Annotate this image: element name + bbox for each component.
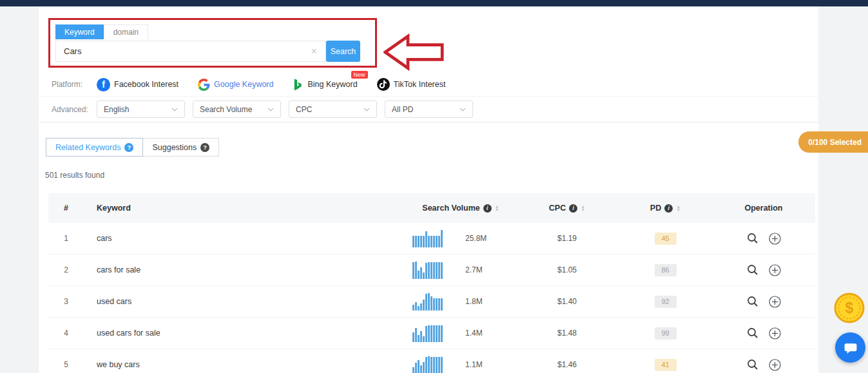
plus-circle-icon [769,327,781,340]
cpc-cell: $1.19 [516,234,619,243]
search-input[interactable]: Cars ✕ [55,41,326,62]
plus-circle-icon [769,296,781,308]
keyword-cell: we buy cars [84,360,406,369]
inspect-button[interactable] [747,359,758,370]
pd-select[interactable]: All PD [385,100,473,118]
chevron-down-icon [171,108,178,111]
keyword-cell: cars for sale [84,265,406,274]
plus-circle-icon [769,233,781,245]
sort-control[interactable]: ▲▼ [581,205,585,211]
tab-suggestions[interactable]: Suggestions ? [142,138,219,157]
search-input-value: Cars [56,46,81,56]
tab-related-keywords[interactable]: Related Keywords ? [46,138,143,157]
platform-label: Platform: [52,80,97,89]
keywords-table: # Keyword Search Volume i ▲▼ CPC i ▲▼ PD… [48,193,815,373]
google-icon [198,79,210,91]
arrow-annotation [383,33,445,73]
platform-row: Platform: f Facebook Interest Google Key… [39,73,818,96]
pd-badge: 92 [655,296,677,308]
language-select[interactable]: English [97,100,185,118]
inspect-button[interactable] [747,327,758,339]
keyword-cell: used cars [84,297,406,306]
volume-cell: 1.1M [451,360,516,369]
volume-cell: 25.8M [451,234,516,243]
header-pd: PD i ▲▼ [619,204,712,213]
add-button[interactable] [769,327,781,340]
platform-bing[interactable]: Bing Keyword New [293,79,357,91]
result-tabs: Related Keywords ? Suggestions ? [46,138,219,157]
info-icon: i [569,204,577,213]
clear-icon[interactable]: ✕ [311,46,318,56]
advanced-row: Advanced: English Search Volume CPC All … [39,96,818,122]
magnifier-icon [747,233,758,244]
magnifier-icon [747,264,758,276]
inspect-button[interactable] [747,296,758,307]
chevron-down-icon [267,108,274,111]
cpc-cell: $1.46 [516,360,619,369]
sort-control[interactable]: ▲▼ [676,205,680,211]
cpc-cell: $1.40 [516,297,619,306]
add-button[interactable] [769,296,781,308]
tiktok-icon [377,78,390,91]
selected-count-badge[interactable]: 0/100 Selected [798,131,868,153]
pd-badge: 45 [655,233,677,245]
magnifier-icon [747,296,758,307]
info-icon: i [483,204,492,213]
volume-cell: 1.8M [451,297,516,306]
svg-text:$: $ [845,300,854,316]
table-row: 4 used cars for sale 1.4M $1.48 99 [48,318,815,349]
table-row: 2 cars for sale 2.7M $1.05 86 [48,254,815,286]
keyword-cell: cars [84,234,406,243]
pd-badge: 99 [655,327,677,340]
plus-circle-icon [769,264,781,276]
header-operation: Operation [712,204,815,213]
trend-chart [412,356,443,373]
inspect-button[interactable] [747,233,758,244]
header-keyword: Keyword [84,204,406,213]
tab-domain[interactable]: domain [104,24,148,39]
table-row: 3 used cars 1.8M $1.40 92 [48,286,815,318]
inspect-button[interactable] [747,264,758,276]
question-icon: ? [124,143,133,152]
platform-tiktok[interactable]: TikTok Interest [377,78,446,91]
magnifier-icon [747,327,758,339]
coin-icon[interactable]: $ [834,292,865,323]
search-button[interactable]: Search [326,41,360,62]
trend-chart [412,230,443,247]
volume-cell: 1.4M [451,329,516,338]
info-icon: i [664,204,673,213]
left-arrow-icon [383,33,445,71]
advanced-label: Advanced: [52,105,97,114]
table-header: # Keyword Search Volume i ▲▼ CPC i ▲▼ PD… [48,193,815,223]
platform-google[interactable]: Google Keyword [198,79,273,91]
search-volume-select[interactable]: Search Volume [193,100,281,118]
cpc-cell: $1.05 [516,265,619,274]
header-index: # [48,204,84,213]
trend-chart [412,262,443,279]
bing-icon [293,79,304,91]
pd-badge: 86 [655,264,677,276]
chat-button[interactable] [835,332,865,363]
search-type-tabs: Keyword domain [55,24,148,39]
magnifier-icon [747,359,758,370]
header-cpc: CPC i ▲▼ [516,204,619,213]
add-button[interactable] [769,264,781,276]
keyword-cell: used cars for sale [84,329,406,338]
top-nav-bar [0,0,868,6]
trend-chart [412,325,443,342]
cpc-select[interactable]: CPC [289,100,377,118]
tab-keyword[interactable]: Keyword [55,24,104,39]
chevron-down-icon [363,108,370,111]
facebook-icon: f [97,78,110,91]
main-panel: Keyword domain Cars ✕ Search Platform: f… [39,6,818,373]
chevron-down-icon [459,108,466,111]
trend-chart [412,293,443,311]
chat-bubble-icon [843,340,858,356]
platform-facebook[interactable]: f Facebook Interest [97,78,178,91]
sort-control[interactable]: ▲▼ [495,205,499,211]
new-badge: New [351,71,368,79]
add-button[interactable] [769,359,781,371]
add-button[interactable] [769,233,781,245]
pd-badge: 41 [655,359,677,371]
header-search-volume: Search Volume i ▲▼ [406,204,516,213]
